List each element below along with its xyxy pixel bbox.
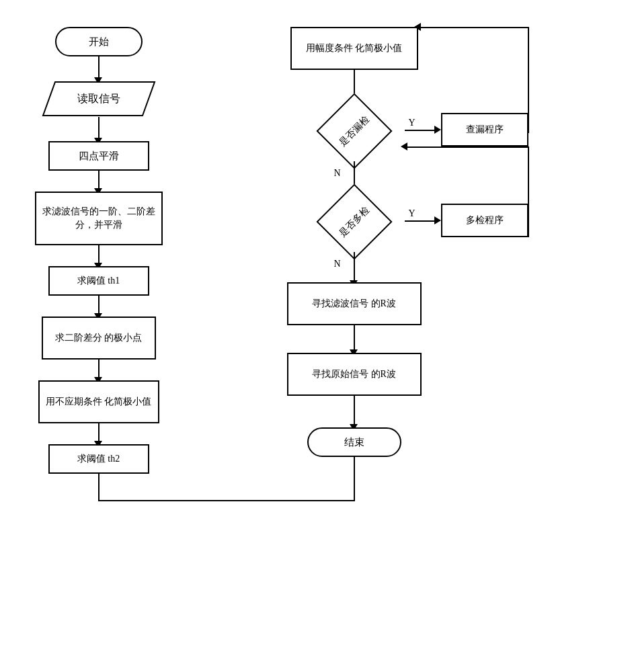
four-point-smooth-node: 四点平滑 bbox=[48, 141, 149, 171]
no-label-2: N bbox=[334, 259, 341, 269]
read-signal-node: 读取信号 bbox=[42, 81, 156, 117]
calc-th1-node: 求阈值 th1 bbox=[48, 266, 149, 296]
find-minima-node: 求二阶差分 的极小点 bbox=[42, 317, 156, 360]
miss-program-node: 查漏程序 bbox=[441, 113, 528, 146]
find-r-original-node: 寻找原始信号 的R波 bbox=[287, 353, 422, 396]
multi-program-node: 多检程序 bbox=[441, 204, 528, 237]
check-miss-node: 是否漏检 bbox=[304, 101, 405, 161]
check-multi-node: 是否多检 bbox=[304, 192, 405, 252]
amplitude-filter-node: 用幅度条件 化简极小值 bbox=[290, 27, 418, 70]
end-node: 结束 bbox=[307, 427, 401, 457]
flowchart: 开始 读取信号 四点平滑 求滤波信号的一阶、二阶差分，并平滑 求阈值 th1 求… bbox=[15, 13, 620, 659]
no-label-1: N bbox=[334, 168, 341, 179]
calc-th2-node: 求阈值 th2 bbox=[48, 444, 149, 474]
find-r-filtered-node: 寻找滤波信号 的R波 bbox=[287, 282, 422, 325]
calc-diff-node: 求滤波信号的一阶、二阶差分，并平滑 bbox=[35, 192, 163, 245]
yes-label-2: Y bbox=[409, 208, 415, 219]
yes-label-1: Y bbox=[409, 118, 415, 128]
svg-text:读取信号: 读取信号 bbox=[77, 93, 120, 104]
filter-minima-node: 用不应期条件 化简极小值 bbox=[38, 380, 159, 423]
start-node: 开始 bbox=[55, 27, 143, 56]
